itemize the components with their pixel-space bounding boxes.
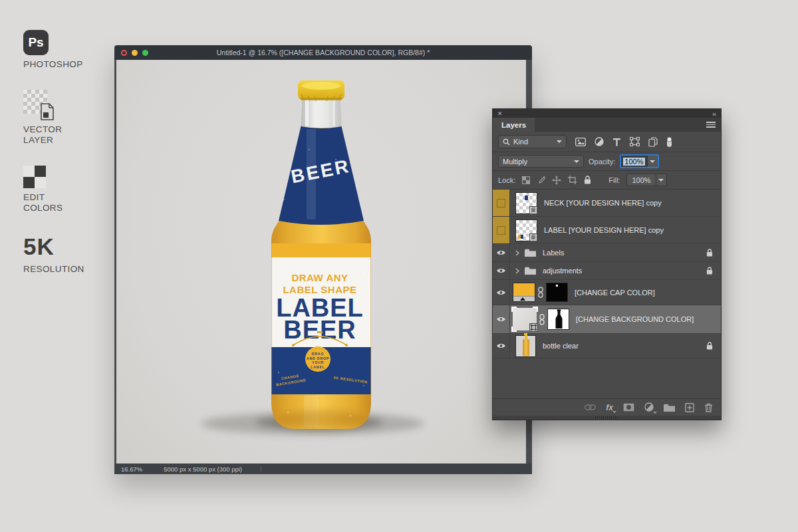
layer-row-labels-group[interactable]: Labels (493, 244, 721, 262)
filter-toggle-icon[interactable] (666, 136, 672, 148)
new-adjustment-layer-icon[interactable] (644, 402, 654, 413)
fill-layer-thumbnail[interactable] (513, 283, 535, 302)
layer-name[interactable]: adjustments (543, 267, 582, 275)
panel-topbar: ✕ « (493, 109, 721, 118)
add-layer-mask-icon[interactable] (623, 403, 634, 412)
visibility-toggle[interactable] (493, 190, 510, 216)
layer-thumbnail[interactable] (515, 192, 537, 214)
filter-adjustment-layers-icon[interactable] (595, 137, 604, 146)
visibility-toggle[interactable] (493, 244, 510, 261)
link-mask-icon[interactable] (537, 287, 544, 298)
panel-resize-grip[interactable] (493, 416, 721, 420)
blend-mode-dropdown[interactable]: Multiply (498, 155, 584, 168)
zoom-level[interactable]: 16.67% (121, 466, 142, 473)
visibility-toggle[interactable] (493, 280, 510, 305)
layer-mask-thumbnail[interactable] (547, 309, 569, 330)
visibility-toggle[interactable] (493, 217, 510, 243)
link-layers-icon[interactable] (585, 404, 596, 410)
panel-bottom-toolbar: fx (493, 398, 721, 416)
eye-icon (496, 289, 506, 296)
window-statusbar: 16.67% 5000 px x 5000 px (300 ppi) 〉 (114, 464, 532, 474)
disclosure-chevron-icon[interactable] (515, 250, 519, 256)
lock-position-icon[interactable] (552, 176, 561, 185)
fill-dropdown-button[interactable] (656, 174, 666, 186)
layer-mask-thumbnail[interactable] (546, 283, 568, 302)
lock-transparency-icon[interactable] (522, 176, 530, 184)
layer-name[interactable]: bottle clear (543, 342, 579, 350)
layer-name[interactable]: [CHANGE CAP COLOR] (575, 289, 655, 297)
filter-smart-objects-icon[interactable] (648, 137, 658, 147)
visibility-toggle[interactable] (493, 334, 510, 358)
document-window: Untitled-1 @ 16.7% ([CHANGE BACKGROUND C… (114, 45, 532, 474)
filter-type-layers-icon[interactable] (612, 138, 621, 146)
panel-collapse-icon[interactable]: « (712, 110, 716, 118)
bottle-silhouette (548, 309, 570, 331)
layer-name[interactable]: Labels (543, 249, 564, 257)
fill-value[interactable]: 100% (627, 176, 655, 184)
layer-row-cap-color[interactable]: [CHANGE CAP COLOR] (493, 280, 721, 305)
link-mask-icon[interactable] (539, 314, 545, 325)
filter-pixel-layers-icon[interactable] (575, 138, 586, 146)
filter-kind-dropdown[interactable]: Kind (498, 135, 567, 148)
bottle-cap (298, 80, 344, 101)
layer-name[interactable]: LABEL [YOUR DESIGN HERE] copy (544, 226, 664, 234)
new-group-icon[interactable] (664, 404, 675, 412)
status-chevron-icon[interactable]: 〉 (259, 465, 265, 473)
eye-icon (496, 267, 506, 274)
photoshop-label: PHOTOSHOP (23, 59, 110, 70)
eye-icon (496, 316, 506, 323)
filter-kind-label: Kind (513, 138, 528, 146)
layer-row-neck-copy[interactable]: NECK [YOUR DESIGN HERE] copy (493, 190, 721, 217)
resolution-label: RESOLUTION (23, 264, 110, 275)
tab-layers[interactable]: Layers (493, 118, 535, 132)
layer-name[interactable]: [CHANGE BACKGROUND COLOR] (576, 315, 694, 323)
visibility-toggle[interactable] (493, 262, 510, 279)
hidden-eye-placeholder (497, 226, 505, 235)
opacity-field[interactable]: 100% (620, 154, 658, 168)
lock-all-icon[interactable] (584, 176, 591, 184)
document-canvas[interactable]: BEER DRAW ANY LABEL SHAPE LABEL BEER (116, 60, 526, 464)
lock-pixels-brush-icon[interactable] (537, 176, 545, 184)
layer-thumbnail[interactable] (515, 219, 537, 241)
eye-icon (496, 249, 506, 256)
layer-row-label-copy[interactable]: LABEL [YOUR DESIGN HERE] copy (493, 217, 721, 244)
main-label: DRAW ANY LABEL SHAPE LABEL BEER DRAG AND… (272, 243, 371, 394)
filter-shape-layers-icon[interactable] (630, 137, 640, 146)
folder-icon (525, 249, 536, 257)
lock-badge-icon (706, 249, 713, 257)
layer-thumbnail[interactable] (515, 335, 536, 357)
label-heading-1: DRAW ANY (291, 272, 348, 283)
document-size: 5000 px x 5000 px (300 ppi) (164, 466, 242, 473)
panel-close-icon[interactable]: ✕ (497, 110, 503, 117)
edit-colors-label: EDIT COLORS (23, 192, 110, 213)
vector-layer-label: VECTOR LAYER (23, 124, 110, 146)
chevron-down-icon (557, 140, 562, 143)
opacity-dropdown-button[interactable] (647, 156, 658, 167)
disclosure-chevron-icon[interactable] (515, 268, 519, 274)
layer-row-adjustments-group[interactable]: adjustments (493, 262, 721, 280)
filter-type-icons (575, 136, 672, 148)
resolution-value: 5K (23, 233, 110, 260)
visibility-toggle[interactable] (493, 305, 510, 333)
window-titlebar[interactable]: Untitled-1 @ 16.7% ([CHANGE BACKGROUND C… (114, 45, 532, 60)
layers-panel: ✕ « Layers Kind (492, 108, 722, 420)
blend-mode-value: Multiply (503, 158, 527, 166)
layer-name[interactable]: NECK [YOUR DESIGN HERE] copy (544, 199, 662, 207)
layer-row-bottle-clear[interactable]: bottle clear (493, 334, 721, 358)
lock-artboard-icon[interactable] (568, 176, 577, 184)
badge-line-3: YOUR (312, 360, 324, 364)
layer-filter-row: Kind (493, 132, 721, 152)
layer-row-background-color[interactable]: [CHANGE BACKGROUND COLOR] (493, 305, 721, 334)
new-layer-icon[interactable] (685, 403, 694, 412)
opacity-value[interactable]: 100% (623, 158, 644, 166)
panel-menu-icon[interactable] (706, 122, 716, 128)
badge-line-1: DRAG (312, 352, 324, 356)
search-icon (503, 138, 510, 146)
frame-badge-icon (529, 323, 538, 332)
delete-layer-trash-icon[interactable] (704, 403, 713, 412)
lock-label: Lock: (498, 176, 515, 184)
fill-field[interactable]: 100% (626, 174, 666, 186)
selected-layer-thumbnail[interactable] (513, 308, 537, 331)
panel-tabrow: Layers (493, 118, 721, 132)
layer-style-fx-icon[interactable]: fx (606, 403, 613, 412)
